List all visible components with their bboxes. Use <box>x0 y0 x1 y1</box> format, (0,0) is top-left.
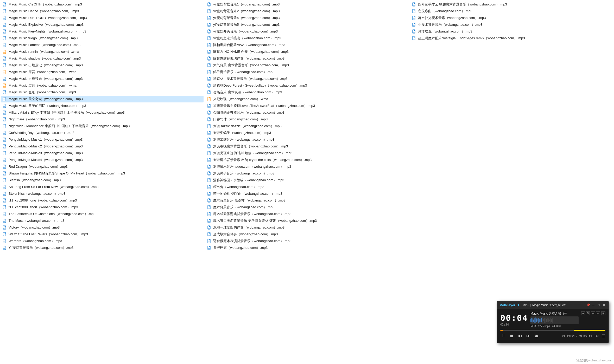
file-item[interactable]: MP3 刘谦出牌音乐（wobangzhao.com）.mp3 <box>206 136 408 143</box>
icon-b[interactable]: B <box>586 311 590 315</box>
file-item[interactable]: MP3 黑森林Deep Forest - Sweet Lullaby（woban… <box>206 82 408 89</box>
file-item[interactable]: MP3 会场音乐 魔术表演（wobangzhao.com）.mp3 <box>206 89 408 96</box>
file-item[interactable]: MP3 Magic Music fuego（wobangzhao.com）.mp… <box>1 35 204 42</box>
file-item[interactable]: MP3 yif魔幻之法式接吻（wobangzhao.com）.mp3 <box>206 35 408 42</box>
file-item[interactable]: MP3 PenguinMagic-Music1（wobangzhao.com）.… <box>1 136 204 143</box>
potplayer-stop-btn[interactable]: ⏹ <box>509 333 515 339</box>
file-item[interactable]: MP3 魔术背景音乐（wobangzhao.com）.mp3 <box>206 204 408 211</box>
file-item[interactable]: MP3 适合做魔术表演背景音乐（wobangzhao.com）.mp3 <box>206 238 408 244</box>
file-item[interactable]: MP3 Magic Music Duel BOND（wobangzhao.com… <box>1 15 204 21</box>
file-name-label: 魔术或紧张游戏背景音乐（wobangzhao.com）.mp3 <box>213 212 291 216</box>
file-item[interactable]: WMA 火把玫瑰（wobangzhao.com）.wma <box>206 96 408 102</box>
potplayer-progress-bar[interactable] <box>500 330 605 331</box>
file-item[interactable]: MP3 赵正明魔术配乐Nostalgia_Endof Ages remix（wo… <box>410 35 613 42</box>
file-item[interactable]: MP3 Magic Music 古典辣妹（wobangzhao.com）.mp3 <box>1 75 204 82</box>
icon-e[interactable]: ⊞ <box>601 311 605 315</box>
file-item[interactable]: MP3 鸽子魔术音乐（wobangzhao.com）.mp3 <box>206 69 408 75</box>
file-item[interactable]: MP3 刘谦魔术背景音乐 出鸽 cry of the celts（wobangz… <box>206 157 408 163</box>
file-item[interactable]: MP3 小魔术背景音乐（wobangzhao.com）.mp3 <box>410 21 613 28</box>
file-item[interactable]: WMA Magic Music runnin（wobangzhao.com）.w… <box>1 48 204 55</box>
file-item[interactable]: MP3 Shawn Farquhar的FISM背景乐Shape Of My He… <box>1 170 204 177</box>
file-item[interactable]: MP3 t11_ccc2008_short（wobangzhao.com）.mp… <box>1 204 204 211</box>
file-item[interactable]: MP3 Red Dragon（wobangzhao.com）.mp3 <box>1 163 204 170</box>
file-item[interactable]: MP3 刘谦绳子音乐（wobangzhao.com）.mp3 <box>206 170 408 177</box>
file-item[interactable]: MP3 刘谦 razzle dazzle（wobangzhao.com）.mp3 <box>206 123 408 129</box>
file-item[interactable]: MP3 Magic Music CryOfTh（wobangzhao.com）.… <box>1 1 204 8</box>
file-item[interactable]: MP3 Yif魔幻背景音乐（wobangzhao.com）.mp3 <box>1 244 204 251</box>
potplayer-settings-btn[interactable]: ⚙ <box>596 334 599 338</box>
file-item[interactable]: MP3 Magic Music Dance（wobangzhao.com）.mp… <box>1 8 204 15</box>
file-item[interactable]: MP3 Magic Music 金刚（wobangzhao.com）.mp3 <box>1 89 204 96</box>
file-item[interactable]: MP3 Magic Music FieryNights（wobangzhao.c… <box>1 28 204 35</box>
file-item[interactable]: MP3 梦中的婚礼-钢琴曲（wobangzhao.com）.mp3 <box>206 190 408 197</box>
file-item[interactable]: MP3 撕报还原（wobangzhao.com）.mp3 <box>206 244 408 251</box>
file-item[interactable]: MP3 陈超杰牌穿玻璃伴奏（wobangzhao.com）.mp3 <box>206 55 408 62</box>
file-item[interactable]: MP3 The Mass（wobangzhao.com）.mp3 <box>1 217 204 224</box>
file-item[interactable]: MP3 Magic Music shadow（wobangzhao.com）.m… <box>1 55 204 62</box>
file-item[interactable]: MP3 大气背景 魔术背景音乐（wobangzhao.com）.mp3 <box>206 62 408 69</box>
file-item[interactable]: MP3 yif魔幻开头音乐（wobangzhao.com）.mp3 <box>206 28 408 35</box>
file-item[interactable]: MP3 Magic Music 出埃及记（wobangzhao.com）.mp3 <box>1 62 204 69</box>
file-item[interactable]: MP3 StolenKiss（wobangzhao.com）.mp3 <box>1 190 204 197</box>
file-item[interactable]: MP3 Warriors（wobangzhao.com）.mp3 <box>1 238 204 244</box>
potplayer-prev-btn[interactable]: ⏮ <box>517 333 523 339</box>
file-item[interactable]: MP3 Magic Music Explosive（wobangzhao.com… <box>1 21 204 28</box>
potplayer-maximize-btn[interactable]: □ <box>597 303 601 307</box>
file-item[interactable]: MP3 Nightmare（wobangzhao.com）.mp3 <box>1 116 204 123</box>
potplayer-close-btn[interactable]: ✕ <box>602 303 606 307</box>
icon-c[interactable]: ◈ <box>591 311 595 315</box>
file-item[interactable]: MP3 四号选手才艺 徐鹏魔术背景音乐（wobangzhao.com）.mp3 <box>410 1 613 8</box>
file-item[interactable]: MP3 So Long From So Far From Now（wobangz… <box>1 184 204 190</box>
file-type-icon: MP3 <box>3 63 7 68</box>
file-item[interactable]: MP3 Magic Music Lament（wobangzhao.com）.m… <box>1 42 204 48</box>
file-item[interactable]: MP3 刘谦变鸽子（wobangzhao.com）.mp3 <box>206 129 408 136</box>
icon-d[interactable]: ≋ <box>596 311 600 315</box>
potplayer-minimize-btn[interactable]: ─ <box>591 303 596 307</box>
potplayer-pin-btn[interactable]: 📌 <box>586 303 590 307</box>
file-item[interactable]: MP3 加藤阳音乐主旋律LoveIsTheAnswerFeat（wobangzh… <box>206 102 408 109</box>
file-item[interactable]: MP3 Siamsa（wobangzhao.com）.mp3 <box>1 177 204 184</box>
file-item[interactable]: MP3 yif魔幻背景音乐4（wobangzhao.com）.mp3 <box>206 15 408 21</box>
file-item[interactable]: MP3 刘谦魔术音乐 tudou.com（wobangzhao.com）.mp3 <box>206 163 408 170</box>
potplayer-dropdown-arrow[interactable]: ▼ <box>517 303 520 307</box>
file-item[interactable]: MP3 yif魔幻背景音乐2（wobangzhao.com）.mp3 <box>206 8 408 15</box>
file-item[interactable]: MP3 陈超杰 NO NAME 伴奏（wobangzhao.com）.mp3 <box>206 48 408 55</box>
file-item[interactable]: MP3 yif魔幻背景音乐5（wobangzhao.com）.mp3 <box>206 21 408 28</box>
file-item[interactable]: MP3 Waltz Of The Lost Ravers（wobangzhao.… <box>1 231 204 238</box>
file-item[interactable]: MP3 Victory（wobangzhao.com）.mp3 <box>1 224 204 231</box>
file-item[interactable]: MP3 PenguinMagic-Music3（wobangzhao.com）.… <box>1 150 204 157</box>
file-item[interactable]: MP3 The Fastbreaks Of Champions（wobangzh… <box>1 211 204 217</box>
potplayer-menu-btn[interactable]: ☰ <box>602 334 605 338</box>
file-item[interactable]: MP3 口吞气球（wobangzhao.com）.mp3 <box>206 116 408 123</box>
potplayer-pause-btn[interactable]: ⏸ <box>500 333 507 339</box>
file-item[interactable]: MP3 PenguinMagic-Music4（wobangzhao.com）.… <box>1 157 204 163</box>
file-item[interactable]: MP3 Magic Music 天空之城（wobangzhao.com）.mp3 <box>1 96 204 102</box>
file-item[interactable]: MP3 帽出兔（wobangzhao.com）.mp3 <box>206 184 408 190</box>
file-item[interactable]: MP3 黑森林 - 魔术背景音乐（wobangzhao.com）.mp3 <box>206 75 408 82</box>
file-item[interactable]: MP3 漫步神秘园 - 班德瑞（wobangzhao.com）.mp3 <box>206 177 408 184</box>
file-item[interactable]: MP3 悬浮玫瑰（wobangzhao.com）.mp3 <box>410 28 613 35</box>
file-item[interactable]: MP3 泡泡一球变四的伴奏（wobangzhao.com）.mp3 <box>206 224 408 231</box>
file-item[interactable]: WMA Magic Music 穿吾（wobangzhao.com）.wma <box>1 69 204 75</box>
file-item[interactable]: MP3 全成敬舞台伴奏（wobangzhao.com）.mp3 <box>206 231 408 238</box>
file-item[interactable]: MP3 刘谦见证奇迹的时刻 短信（wobangzhao.com）.mp3 <box>206 150 408 157</box>
file-item[interactable]: MP3 金咖啡的跳舞棒音乐（wobangzhao.com）.mp3 <box>206 109 408 116</box>
potplayer-eject-btn[interactable]: ⏏ <box>534 333 540 339</box>
file-item[interactable]: WMA Magic Music 过纲（wobangzhao.com）.wma <box>1 82 204 89</box>
file-item[interactable]: MP3 舞台扑克魔术音乐（wobangzhao.com）.mp3 <box>410 15 613 21</box>
file-item[interactable]: MP3 陈柏宏舞台配乐VIVA（wobangzhao.com）.mp3 <box>206 42 408 48</box>
icon-a[interactable]: A <box>581 311 585 315</box>
file-item[interactable]: MP3 Military Affairs Effigy 李苏阳《中国红》上半段音… <box>1 109 204 116</box>
file-item[interactable]: MP3 OurWeddingDay（wobangzhao.com）.mp3 <box>1 129 204 136</box>
file-item[interactable]: MP3 Nightwish - Moondance 李苏阳《中国红》下半段音乐（… <box>1 123 204 129</box>
file-item[interactable]: MP3 魔术或紧张游戏背景音乐（wobangzhao.com）.mp3 <box>206 211 408 217</box>
file-item[interactable]: MP3 亡灵序曲（wobangzhao.com）.mp3 <box>410 8 613 15</box>
file-item[interactable]: MP3 PenguinMagic-Music2（wobangzhao.com）.… <box>1 143 204 150</box>
file-item[interactable]: MP3 Magic Music 童年的回忆（wobangzhao.com）.mp… <box>1 102 204 109</box>
file-item[interactable]: MP3 刘谦春晚魔术背景音乐（wobangzhao.com）.mp3 <box>206 143 408 150</box>
file-item[interactable]: MP3 魔术背景音乐 黑森林（wobangzhao.com）.mp3 <box>206 197 408 204</box>
file-item[interactable]: MP3 魔术节目著名背景音乐 史考特乔普林 该妮（wobangzhao.com）… <box>206 217 408 224</box>
file-item[interactable]: MP3 yif魔幻背景音乐1（wobangzhao.com）.mp3 <box>206 1 408 8</box>
file-item[interactable]: MP3 t11_ccc2008_long（wobangzhao.com）.mp3 <box>1 197 204 204</box>
potplayer-next-btn[interactable]: ⏭ <box>525 333 531 339</box>
